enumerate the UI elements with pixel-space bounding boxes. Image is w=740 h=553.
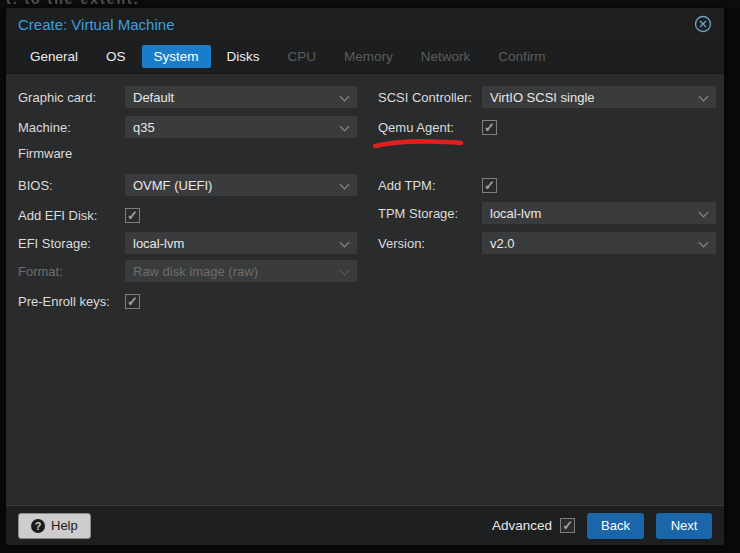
scsi-controller-select[interactable]: VirtIO SCSI single bbox=[482, 86, 716, 108]
system-tab-form: Graphic card: Default Machine: q35 Firmw… bbox=[6, 74, 724, 504]
tpm-version-label: Version: bbox=[378, 236, 425, 251]
tab-os[interactable]: OS bbox=[94, 45, 138, 68]
add-tpm-row: Add TPM: bbox=[6, 174, 722, 196]
tpm-storage-label: TPM Storage: bbox=[378, 206, 458, 221]
tab-network: Network bbox=[409, 45, 483, 68]
add-tpm-checkbox[interactable] bbox=[482, 178, 497, 193]
firmware-heading: Firmware bbox=[18, 146, 72, 161]
tpm-version-select[interactable]: v2.0 bbox=[482, 232, 716, 254]
pre-enroll-keys-checkbox[interactable] bbox=[125, 294, 140, 309]
next-button[interactable]: Next bbox=[656, 513, 712, 539]
pre-enroll-keys-row: Pre-Enroll keys: bbox=[6, 290, 364, 312]
tpm-version-row: Version: v2.0 bbox=[6, 232, 722, 254]
advanced-label: Advanced bbox=[492, 518, 552, 533]
tab-memory: Memory bbox=[332, 45, 405, 68]
back-button[interactable]: Back bbox=[587, 513, 644, 539]
red-underline-annotation bbox=[372, 136, 464, 150]
advanced-checkbox[interactable] bbox=[560, 518, 575, 533]
tpm-storage-select[interactable]: local-lvm bbox=[482, 202, 716, 224]
tab-confirm: Confirm bbox=[486, 45, 557, 68]
tab-cpu: CPU bbox=[276, 45, 329, 68]
tab-system[interactable]: System bbox=[142, 45, 211, 68]
scsi-controller-row: SCSI Controller: VirtIO SCSI single bbox=[6, 86, 722, 108]
format-select: Raw disk image (raw) bbox=[125, 260, 357, 282]
qemu-agent-row: Qemu Agent: bbox=[6, 116, 722, 138]
close-icon[interactable] bbox=[694, 15, 712, 33]
format-label: Format: bbox=[18, 264, 63, 279]
qemu-agent-label: Qemu Agent: bbox=[378, 120, 454, 135]
tab-general[interactable]: General bbox=[18, 45, 90, 68]
tpm-storage-row: TPM Storage: local-lvm bbox=[6, 202, 722, 224]
create-vm-dialog: Create: Virtual Machine General OS Syste… bbox=[6, 8, 724, 545]
dialog-title: Create: Virtual Machine bbox=[18, 16, 174, 33]
tab-disks[interactable]: Disks bbox=[215, 45, 272, 68]
format-row: Format: Raw disk image (raw) bbox=[6, 260, 364, 282]
qemu-agent-checkbox[interactable] bbox=[482, 120, 497, 135]
wizard-tabs: General OS System Disks CPU Memory Netwo… bbox=[6, 40, 724, 74]
scsi-controller-label: SCSI Controller: bbox=[378, 90, 472, 105]
pre-enroll-keys-label: Pre-Enroll keys: bbox=[18, 294, 110, 309]
help-button-label: Help bbox=[51, 518, 78, 533]
add-tpm-label: Add TPM: bbox=[378, 178, 436, 193]
background-clipped-text: t. to the extent. bbox=[0, 0, 740, 8]
help-button[interactable]: ? Help bbox=[18, 513, 91, 539]
help-icon: ? bbox=[31, 519, 45, 533]
dialog-footer: ? Help Advanced Back Next bbox=[6, 505, 724, 545]
dialog-header: Create: Virtual Machine bbox=[6, 8, 724, 40]
